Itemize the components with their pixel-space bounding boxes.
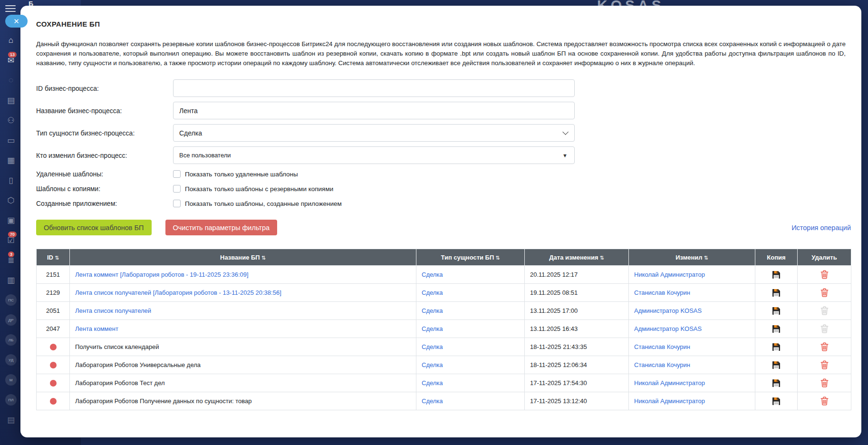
templates-with-copies-checkbox[interactable] bbox=[173, 185, 181, 193]
triangle-down-icon: ▼ bbox=[562, 153, 568, 158]
contacts-icon: ▥ bbox=[5, 275, 17, 285]
table-row: Лаборатория Роботов Тест делСделка17-11-… bbox=[37, 374, 851, 392]
deleted-templates-checkbox[interactable] bbox=[173, 170, 181, 178]
bp-name-cell: Лента коммент [Лаборатория роботов - 19-… bbox=[70, 266, 416, 284]
entity-cell: Сделка bbox=[416, 374, 525, 392]
user-link[interactable]: Николай Администратор bbox=[634, 271, 705, 278]
trash-icon[interactable] bbox=[820, 378, 829, 387]
user-link[interactable]: Николай Администратор bbox=[634, 397, 705, 405]
floppy-save-icon[interactable] bbox=[772, 360, 781, 370]
avatar: уд bbox=[5, 354, 17, 366]
bp-name-input[interactable] bbox=[173, 102, 575, 119]
bp-table: ID⇅Название БП⇅Тип сущности БП⇅Дата изме… bbox=[36, 249, 851, 410]
bp-name-cell: Лента список получателей bbox=[70, 302, 416, 320]
user-link[interactable]: Администратор KOSAS bbox=[634, 325, 702, 332]
history-link[interactable]: История операций bbox=[791, 224, 851, 232]
calendar-icon: ▦ bbox=[5, 155, 17, 165]
bp-name-link[interactable]: Лента список получателей [Лаборатория ро… bbox=[75, 289, 281, 296]
user-link[interactable]: Станислав Кочурин bbox=[634, 343, 690, 350]
bp-name-link[interactable]: Лента коммент bbox=[75, 325, 118, 332]
column-header[interactable]: Название БП⇅ bbox=[70, 249, 416, 266]
avatar: м bbox=[5, 374, 17, 386]
entity-link[interactable]: Сделка bbox=[422, 289, 443, 296]
trash-icon[interactable] bbox=[820, 288, 829, 297]
deleted-templates-label: Удаленные шаблоны: bbox=[36, 170, 173, 178]
page-title: СОХРАНЕНИЕ БП bbox=[36, 20, 846, 28]
hex-icon: ⬡ bbox=[5, 195, 17, 205]
refresh-list-button[interactable]: Обновить список шаблонов БП bbox=[36, 220, 152, 235]
sort-icon: ⇅ bbox=[704, 255, 708, 261]
copy-cell bbox=[755, 338, 798, 356]
floppy-save-icon[interactable] bbox=[772, 378, 781, 388]
sort-icon: ⇅ bbox=[261, 255, 266, 261]
delete-cell bbox=[798, 356, 851, 374]
bp-id-input[interactable] bbox=[173, 79, 575, 97]
entity-link[interactable]: Сделка bbox=[422, 361, 443, 368]
copy-cell bbox=[755, 320, 798, 338]
date-cell: 13.11.2025 17:00 bbox=[525, 302, 629, 320]
table-row: 2051Лента список получателейСделка13.11.… bbox=[37, 302, 851, 320]
entity-type-select[interactable]: Сделка bbox=[173, 124, 575, 142]
user-link[interactable]: Станислав Кочурин bbox=[634, 361, 690, 368]
created-by-app-checkbox[interactable] bbox=[173, 200, 181, 207]
entity-link[interactable]: Сделка bbox=[422, 379, 443, 387]
close-icon: ✕ bbox=[13, 17, 19, 26]
user-link[interactable]: Николай Администратор bbox=[634, 379, 705, 387]
sort-icon: ⇅ bbox=[495, 255, 500, 261]
delete-cell bbox=[798, 392, 851, 410]
column-header[interactable]: Тип сущности БП⇅ bbox=[416, 249, 525, 266]
user-link[interactable]: Станислав Кочурин bbox=[634, 289, 690, 296]
floppy-save-icon[interactable] bbox=[772, 288, 781, 298]
close-modal-button[interactable]: ✕ bbox=[5, 15, 28, 28]
bp-name-cell: Лента коммент bbox=[70, 320, 416, 338]
column-header[interactable]: Дата изменения⇅ bbox=[525, 249, 629, 266]
disk-icon: ▭ bbox=[5, 135, 17, 145]
feed-icon: ▤ bbox=[5, 96, 17, 106]
bp-name-text: Лаборатория Роботов Тест дел bbox=[75, 379, 165, 387]
trash-icon[interactable] bbox=[820, 397, 829, 406]
floppy-save-icon[interactable] bbox=[772, 324, 781, 334]
entity-cell: Сделка bbox=[416, 392, 525, 410]
avatar: пл bbox=[5, 394, 17, 406]
changed-by-select[interactable]: Все пользователи ▼ bbox=[173, 146, 575, 164]
trash-icon[interactable] bbox=[820, 270, 829, 279]
table-row: Лаборатория Роботов Получение данных по … bbox=[37, 392, 851, 410]
bp-name-link[interactable]: Лента коммент [Лаборатория роботов - 19-… bbox=[75, 271, 249, 278]
date-cell: 18-11-2025 12:06:34 bbox=[525, 356, 629, 374]
user-cell: Станислав Кочурин bbox=[629, 356, 755, 374]
bp-name-link[interactable]: Лента список получателей bbox=[75, 307, 151, 314]
avatar: лб bbox=[5, 334, 17, 346]
sort-icon: ⇅ bbox=[599, 255, 604, 261]
templates-with-copies-checkbox-text: Показать только шаблоны с резервными коп… bbox=[185, 185, 333, 193]
bp-name-text: Получить список календарей bbox=[75, 343, 159, 350]
chevron-down-icon bbox=[562, 129, 569, 135]
trash-icon[interactable] bbox=[820, 342, 829, 351]
table-row: 2047Лента комментСделка13.11.2025 16:43А… bbox=[37, 320, 851, 338]
row-id-cell bbox=[37, 374, 70, 392]
copy-cell bbox=[755, 356, 798, 374]
delete-cell bbox=[798, 266, 851, 284]
entity-link[interactable]: Сделка bbox=[422, 307, 443, 314]
column-header[interactable]: ID⇅ bbox=[37, 249, 70, 266]
entity-link[interactable]: Сделка bbox=[422, 271, 443, 278]
entity-link[interactable]: Сделка bbox=[422, 397, 443, 405]
chat-icon: ▤ bbox=[5, 415, 17, 425]
user-cell: Николай Администратор bbox=[629, 392, 755, 410]
hamburger-menu-icon[interactable] bbox=[5, 3, 16, 14]
column-header[interactable]: Изменил⇅ bbox=[629, 249, 755, 266]
floppy-save-icon[interactable] bbox=[772, 270, 781, 280]
entity-link[interactable]: Сделка bbox=[422, 325, 443, 332]
entity-cell: Сделка bbox=[416, 338, 525, 356]
user-link[interactable]: Администратор KOSAS bbox=[634, 307, 702, 314]
clear-filter-button[interactable]: Очистить параметры фильтра bbox=[165, 220, 278, 235]
notification-badge: 70 bbox=[8, 232, 17, 237]
user-cell: Николай Администратор bbox=[629, 374, 755, 392]
trash-icon[interactable] bbox=[820, 360, 829, 369]
floppy-save-icon[interactable] bbox=[772, 342, 781, 352]
trash-icon bbox=[820, 324, 829, 333]
templates-with-copies-label: Шаблоны с копиями: bbox=[36, 185, 173, 193]
floppy-save-icon[interactable] bbox=[772, 397, 781, 406]
floppy-save-icon[interactable] bbox=[772, 306, 781, 316]
entity-link[interactable]: Сделка bbox=[422, 343, 443, 350]
user-cell: Администратор KOSAS bbox=[629, 320, 755, 338]
